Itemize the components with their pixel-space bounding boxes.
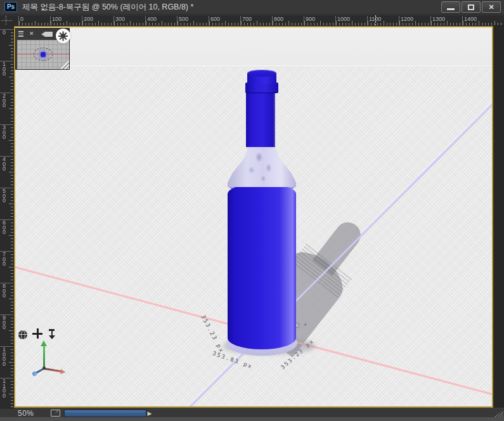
camera-icon[interactable] (44, 32, 53, 37)
v-ruler-label: 800 (3, 284, 8, 299)
h-ruler-label: 600 (210, 16, 220, 22)
v-ruler-label: 0 (3, 30, 8, 36)
vertical-scrollbar-track[interactable] (493, 26, 504, 408)
slide-icon-arrowhead (49, 335, 55, 339)
canvas-viewport[interactable]: 353.23 px 353.83 px 353.23 px x ✕ (15, 27, 492, 406)
panel-close-icon[interactable]: ✕ (29, 31, 34, 37)
h-ruler-label: 700 (242, 16, 252, 22)
zoom-level[interactable]: 50% (18, 409, 34, 418)
h-ruler-label: 100 (52, 16, 61, 22)
window-controls: ✕ (441, 1, 501, 13)
window-bottom-edge (0, 417, 504, 421)
v-ruler-label: 900 (3, 316, 8, 330)
h-ruler-label: 500 (179, 16, 188, 22)
v-ruler-label: 1000 (3, 347, 8, 366)
v-ruler-label: 500 (3, 189, 8, 204)
export-status-icon (51, 410, 60, 417)
slide-icon[interactable] (48, 329, 56, 340)
photoshop-window: Ps 제목 없음-8-복구됨 @ 50% (레이어 10, RGB/8) * ✕… (0, 0, 504, 421)
status-bar: 50% ▶ (0, 409, 504, 417)
h-ruler-label: 0 (20, 16, 23, 22)
horizontal-ruler[interactable]: 0100200300400500600700800900100011001200… (14, 15, 504, 26)
h-ruler-label: 1000 (337, 16, 350, 22)
h-ruler-label: 1300 (432, 16, 445, 22)
h-ruler-label: 800 (274, 16, 283, 22)
v-ruler-label: 200 (3, 94, 8, 108)
h-ruler-label: 400 (147, 16, 157, 22)
close-button[interactable]: ✕ (482, 1, 501, 13)
minimap-object-dot (41, 52, 46, 57)
status-menu-arrow[interactable]: ▶ (148, 410, 152, 417)
axis-y-green (43, 346, 45, 368)
h-ruler-label: 1400 (464, 16, 477, 22)
ruler-origin-box[interactable] (0, 15, 14, 26)
v-ruler-label: 1100 (3, 379, 8, 398)
h-ruler-label: 300 (115, 16, 125, 22)
maximize-icon (468, 4, 474, 10)
minimize-button[interactable] (441, 1, 460, 13)
secondary-view-thumbnail[interactable] (17, 40, 69, 69)
title-bar[interactable]: Ps 제목 없음-8-복구됨 @ 50% (레이어 10, RGB/8) * ✕ (0, 0, 504, 15)
minimize-icon (447, 8, 455, 10)
h-ruler-label: 200 (84, 16, 93, 22)
canvas-frame: 353.23 px 353.83 px 353.23 px x ✕ (14, 26, 493, 408)
panel-menu-icon[interactable] (18, 31, 23, 37)
maximize-button[interactable] (462, 1, 481, 13)
photoshop-logo: Ps (4, 2, 17, 12)
scene-sky (15, 27, 492, 65)
progress-bar (64, 410, 146, 417)
v-ruler-label: 300 (3, 126, 8, 140)
bottle-cap-top (247, 70, 276, 77)
panel-resize-grip[interactable] (59, 60, 69, 69)
bottle-neck[interactable] (246, 91, 275, 147)
pan-icon[interactable] (32, 328, 42, 339)
ruler-mouse-marker (375, 15, 376, 26)
axis-y-arrowhead (41, 340, 47, 346)
v-ruler-label: 100 (3, 62, 8, 77)
v-ruler-label: 600 (3, 221, 8, 235)
h-ruler-label: 1200 (401, 16, 413, 22)
sun-light-icon[interactable] (56, 29, 70, 43)
bottle-body[interactable] (228, 183, 296, 349)
vertical-ruler[interactable]: 010020030040050060070080090010001100 (0, 26, 14, 409)
orbit-icon[interactable] (18, 330, 27, 339)
v-ruler-label: 400 (3, 157, 8, 172)
window-title: 제목 없음-8-복구됨 @ 50% (레이어 10, RGB/8) * (22, 2, 193, 13)
v-ruler-label: 700 (3, 252, 8, 267)
h-ruler-label: 900 (306, 16, 315, 22)
axis-origin (42, 366, 46, 370)
close-icon: ✕ (488, 4, 494, 11)
